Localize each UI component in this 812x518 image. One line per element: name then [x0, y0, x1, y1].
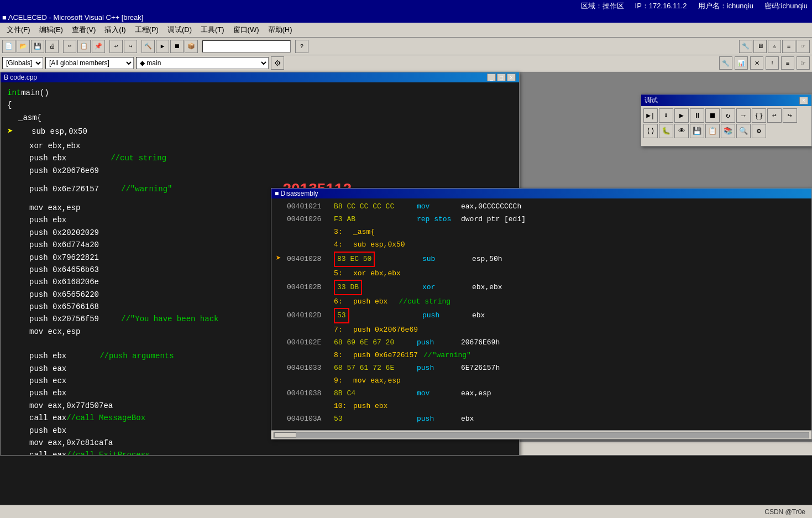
menu-view[interactable]: 查看(V) [67, 24, 100, 36]
tb-right1[interactable]: 🔧 [719, 56, 732, 70]
title-bar: ■ ACELECED - Microsoft Visual C++ [break… [0, 12, 812, 23]
tb-build3[interactable]: ⏹ [170, 40, 184, 53]
line-push-0x20676e69: push 0x20676e69 [7, 165, 512, 177]
dbg-step-in[interactable]: ⬇ [659, 108, 673, 123]
dbg-run[interactable]: ▶ [674, 108, 689, 123]
dbg-ext[interactable]: ⚙ [752, 124, 766, 138]
tb-right5[interactable]: ≡ [781, 56, 794, 70]
debug-toolbar: ▶| ⬇ ▶ ⏸ ⏹ ↻ → {} ↩ ↪ ⟨⟩ 🐛 👁 💾 📋 📚 🔍 ⚙ [641, 106, 811, 140]
tb-right4[interactable]: ! [766, 56, 779, 70]
scope-members[interactable]: [All global members] [45, 57, 134, 69]
dbg-curly[interactable]: ⟨⟩ [643, 124, 658, 138]
menu-help[interactable]: 帮助(H) [264, 24, 297, 36]
disasm-row: 7: push 0x20676e69 [276, 323, 807, 336]
zone-label: 区域：操作区 [581, 1, 624, 11]
dbg-brace[interactable]: {} [752, 108, 766, 123]
menu-window[interactable]: 窗口(W) [229, 24, 264, 36]
win-close[interactable]: × [507, 74, 516, 81]
disasm-row: 3: _asm{ [276, 226, 807, 239]
debug-window: 调试 × ▶| ⬇ ▶ ⏸ ⏹ ↻ → {} ↩ ↪ ⟨⟩ 🐛 👁 💾 📋 📚 … [641, 94, 812, 146]
keyword-int: int [7, 87, 21, 99]
scope-func[interactable]: ◆ main [136, 57, 269, 69]
tb-open[interactable]: 📂 [17, 40, 30, 53]
tb-cut[interactable]: ✂ [63, 40, 76, 53]
tb-right3[interactable]: ✕ [750, 56, 763, 70]
dbg-watch[interactable]: 👁 [674, 124, 689, 138]
dbg-stop[interactable]: ⏹ [705, 108, 720, 123]
dbg-disasm[interactable]: 🔍 [736, 124, 751, 138]
disasm-row: 00401021 B8 CC CC CC CC mov eax,0CCCCCCC… [276, 201, 807, 213]
tb-help[interactable]: ? [295, 40, 308, 53]
disasm-row: 4: sub esp,0x50 [276, 239, 807, 252]
disasm-content: 00401021 B8 CC CC CC CC mov eax,0CCCCCCC… [271, 198, 811, 427]
code-window-title: B code.cpp _ □ × [1, 72, 519, 82]
disasm-row: 0040102D 53 push ebx [276, 308, 807, 323]
app-title: ■ ACELECED - Microsoft Visual C++ [break… [2, 13, 143, 22]
tb-new[interactable]: 📄 [2, 40, 15, 53]
bottom-panel [0, 455, 812, 505]
menu-debug[interactable]: 调试(D) [163, 24, 196, 36]
disasm-scroll-thumb[interactable] [274, 432, 296, 438]
find-input[interactable] [202, 40, 291, 53]
ip-label: IP：172.16.11.2 [635, 1, 687, 11]
line-brace-open: { [7, 99, 512, 111]
disasm-scroll-track[interactable] [274, 432, 809, 438]
red-box-53: 53 [334, 308, 349, 323]
dbg-step-over[interactable]: ▶| [643, 108, 658, 123]
disasm-scrollbar[interactable] [271, 430, 811, 439]
menu-file[interactable]: 文件(F) [2, 24, 35, 36]
tb-ext2[interactable]: 🖥 [753, 40, 767, 53]
menu-bar: 文件(F) 编辑(E) 查看(V) 插入(I) 工程(P) 调试(D) 工具(T… [0, 23, 812, 38]
dbg-reg[interactable]: 📋 [705, 124, 720, 138]
tb-ext5[interactable]: ☞ [797, 40, 810, 53]
tb-build4[interactable]: 📦 [185, 40, 198, 53]
dbg-out[interactable]: ↩ [767, 108, 782, 123]
disasm-row: 0040102E 68 69 6E 67 20 push 20676E69h [276, 336, 807, 349]
tb-ext1[interactable]: 🔧 [739, 40, 752, 53]
disasm-row-arrow: ➤ 00401028 83 EC 50 sub esp,50h [276, 252, 807, 267]
dbg-stack[interactable]: 📚 [721, 124, 735, 138]
arrow-icon: ➤ [7, 124, 18, 140]
dbg-arrow-r[interactable]: → [736, 108, 751, 123]
win-maximize[interactable]: □ [497, 74, 506, 81]
tb-build2[interactable]: ▶ [156, 40, 169, 53]
scope-tool[interactable]: ⚙ [271, 56, 284, 70]
tb-paste[interactable]: 📌 [92, 40, 105, 53]
menu-tools[interactable]: 工具(T) [196, 24, 229, 36]
disasm-row: 8: push 0x6e726157 //"warning" [276, 349, 807, 362]
dbg-pause[interactable]: ⏸ [690, 108, 704, 123]
scope-globals[interactable]: [Globals] [2, 57, 43, 69]
disasm-title: ■ Disassembly [271, 189, 811, 198]
code-window-label: B code.cpp [4, 74, 37, 81]
tb-save2[interactable]: 🖨 [45, 40, 59, 53]
disasm-window: ■ Disassembly 00401021 B8 CC CC CC CC mo… [271, 188, 812, 439]
menu-edit[interactable]: 编辑(E) [35, 24, 67, 36]
dbg-mem[interactable]: 💾 [690, 124, 704, 138]
win-minimize[interactable]: _ [487, 74, 496, 81]
pass-label: 密码:ichunqiu [764, 1, 808, 11]
red-box-83ec50: 83 EC 50 [334, 252, 375, 267]
menu-project[interactable]: 工程(P) [130, 24, 163, 36]
dbg-restart[interactable]: ↻ [721, 108, 735, 123]
tb-save[interactable]: 💾 [31, 40, 44, 53]
tb-right2[interactable]: 📊 [735, 56, 748, 70]
disasm-row: 0040103A 53 push ebx [276, 412, 807, 425]
top-bar: 区域：操作区 IP：172.16.11.2 用户名：ichunqiu 密码:ic… [0, 0, 812, 12]
tb-build1[interactable]: 🔨 [142, 40, 155, 53]
line-arrow-indicator: ➤ sub esp,0x50 [7, 124, 512, 140]
disasm-row: 0040102B 33 DB xor ebx,ebx [276, 280, 807, 295]
scope-bar: [Globals] [All global members] ◆ main ⚙ … [0, 55, 812, 71]
debug-close[interactable]: × [799, 97, 808, 104]
tb-right6[interactable]: ☞ [797, 56, 810, 70]
disasm-row: 9: mov eax,esp [276, 374, 807, 387]
tb-ext3[interactable]: ⚠ [768, 40, 781, 53]
menu-insert[interactable]: 插入(I) [100, 24, 130, 36]
tb-redo[interactable]: ↪ [124, 40, 137, 53]
dbg-cursor[interactable]: 🐛 [659, 124, 673, 138]
dbg-over2[interactable]: ↪ [783, 108, 797, 123]
tb-ext4[interactable]: ≡ [782, 40, 795, 53]
line-asm: _asm{ [7, 112, 512, 124]
tb-undo[interactable]: ↩ [109, 40, 123, 53]
tb-copy[interactable]: 📋 [77, 40, 91, 53]
red-box-33db: 33 DB [334, 280, 362, 295]
